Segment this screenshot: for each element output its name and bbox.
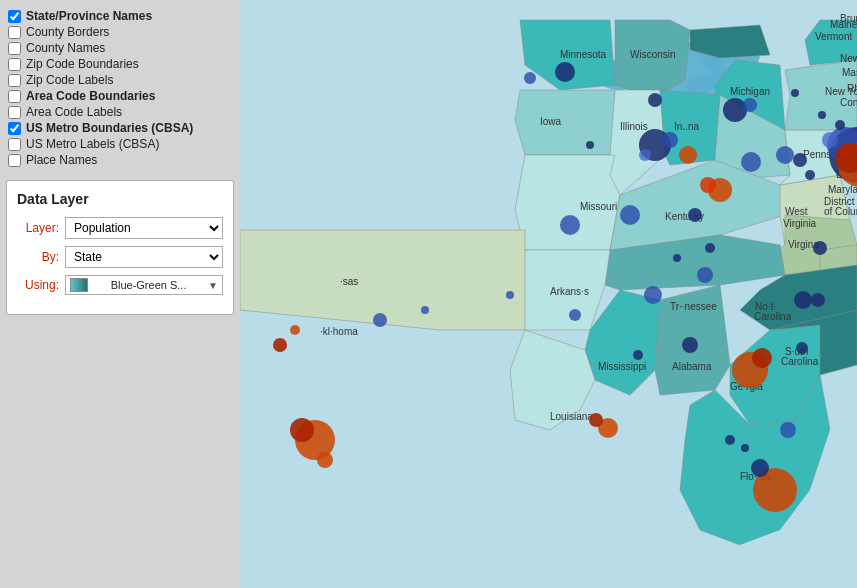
map-svg: Minnesota Wisconsin Michigan Iowa Illino… — [240, 0, 857, 588]
bubble-tampa — [751, 459, 769, 477]
bubble-minneapolis — [555, 62, 575, 82]
layer-item-us-metro-labels: US Metro Labels (CBSA) — [6, 136, 234, 152]
bubble-louisville — [688, 208, 702, 222]
main-container: State/Province NamesCounty BordersCounty… — [0, 0, 857, 588]
bubble-sm5 — [586, 141, 594, 149]
bubble-tx-sm — [290, 418, 314, 442]
layer-label: Layer: — [17, 221, 59, 235]
bubble-sm2 — [835, 120, 845, 130]
bubble-tx-sm2 — [317, 452, 333, 468]
bubble-charlotte — [794, 291, 812, 309]
sidebar: State/Province NamesCounty BordersCounty… — [0, 0, 240, 588]
layer-item-county-borders: County Borders — [6, 24, 234, 40]
bubble-detroit-sm — [743, 98, 757, 112]
layer-checkbox-list: State/Province NamesCounty BordersCounty… — [6, 8, 234, 168]
layer-item-county-names: County Names — [6, 40, 234, 56]
checkbox-place-names[interactable] — [8, 154, 21, 167]
layer-item-zip-code-labels: Zip Code Labels — [6, 72, 234, 88]
bubble-indy — [679, 146, 697, 164]
checkbox-area-code-labels[interactable] — [8, 106, 21, 119]
layer-item-state-province-names: State/Province Names — [6, 8, 234, 24]
layer-item-area-code-labels: Area Code Labels — [6, 104, 234, 120]
bubble-cleveland — [776, 146, 794, 164]
bubble-columbus — [741, 152, 761, 172]
layer-select[interactable]: Population Income Area Density — [65, 217, 223, 239]
bubble-okc — [373, 313, 387, 327]
bubble-littlerock — [569, 309, 581, 321]
by-row: By: State County City Zip Code — [17, 246, 223, 268]
bubble-richmond — [813, 241, 827, 255]
checkbox-zip-code-boundaries[interactable] — [8, 58, 21, 71]
color-dropdown-arrow-icon: ▼ — [208, 280, 218, 291]
layer-item-zip-code-boundaries: Zip Code Boundaries — [6, 56, 234, 72]
bubble-sm9 — [725, 435, 735, 445]
label-us-metro-labels[interactable]: US Metro Labels (CBSA) — [26, 137, 159, 151]
bubble-kc — [560, 215, 580, 235]
bubble-chicago-sm — [662, 132, 678, 148]
label-zip-code-labels[interactable]: Zip Code Labels — [26, 73, 113, 87]
checkbox-state-province-names[interactable] — [8, 10, 21, 23]
layer-item-place-names: Place Names — [6, 152, 234, 168]
label-state-province-names[interactable]: State/Province Names — [26, 9, 152, 23]
label-place-names[interactable]: Place Names — [26, 153, 97, 167]
bubble-ne-small — [822, 132, 838, 148]
bubble-raleigh — [811, 293, 825, 307]
label-area-code-boundaries[interactable]: Area Code Boundaries — [26, 89, 155, 103]
bubble-sm-orange2 — [273, 338, 287, 352]
bubble-birmingham — [682, 337, 698, 353]
label-us-metro-boundaries[interactable]: US Metro Boundaries (CBSA) — [26, 121, 193, 135]
bubble-mpls-sm — [524, 72, 536, 84]
by-label: By: — [17, 250, 59, 264]
svg-marker-6 — [615, 20, 690, 95]
bubble-stlouis — [620, 205, 640, 225]
bubble-columbia — [796, 342, 808, 354]
bubble-sm11 — [506, 291, 514, 299]
bubble-memphis — [644, 286, 662, 304]
checkbox-county-borders[interactable] — [8, 26, 21, 39]
bubble-sm7 — [673, 254, 681, 262]
checkbox-us-metro-boundaries[interactable] — [8, 122, 21, 135]
svg-marker-9 — [515, 90, 615, 155]
bubble-sm3 — [818, 111, 826, 119]
bubble-sm8 — [633, 350, 643, 360]
layer-item-us-metro-boundaries: US Metro Boundaries (CBSA) — [6, 120, 234, 136]
using-row: Using: Blue-Green S... ▼ — [17, 275, 223, 295]
bubble-atlanta-sm — [752, 348, 772, 368]
svg-marker-13 — [515, 155, 620, 250]
data-layer-title: Data Layer — [17, 191, 223, 207]
label-county-borders[interactable]: County Borders — [26, 25, 109, 39]
bubble-milwaukee — [648, 93, 662, 107]
bubble-sm4 — [791, 89, 799, 97]
map-area[interactable]: Minnesota Wisconsin Michigan Iowa Illino… — [240, 0, 857, 588]
bubble-nashville — [697, 267, 713, 283]
layer-row: Layer: Population Income Area Density — [17, 217, 223, 239]
bubble-pittsburgh — [793, 153, 807, 167]
bubble-sm1 — [805, 170, 815, 180]
checkbox-county-names[interactable] — [8, 42, 21, 55]
label-area-code-labels[interactable]: Area Code Labels — [26, 105, 122, 119]
bubble-sm-orange1 — [290, 325, 300, 335]
label-zip-code-boundaries[interactable]: Zip Code Boundaries — [26, 57, 139, 71]
bubble-sm6 — [705, 243, 715, 253]
by-select[interactable]: State County City Zip Code — [65, 246, 223, 268]
label-county-names[interactable]: County Names — [26, 41, 105, 55]
bubble-cinci-sm — [700, 177, 716, 193]
color-swatch — [70, 278, 88, 292]
bubble-detroit — [723, 98, 747, 122]
checkbox-zip-code-labels[interactable] — [8, 74, 21, 87]
bubble-jacksonville — [780, 422, 796, 438]
checkbox-us-metro-labels[interactable] — [8, 138, 21, 151]
bubble-sm10 — [741, 444, 749, 452]
bubble-no-sm — [589, 413, 603, 427]
data-layer-panel: Data Layer Layer: Population Income Area… — [6, 180, 234, 315]
using-label: Using: — [17, 278, 59, 292]
bubble-sm12 — [421, 306, 429, 314]
svg-marker-7 — [690, 25, 770, 58]
bubble-chicago-sm2 — [639, 149, 651, 161]
checkbox-area-code-boundaries[interactable] — [8, 90, 21, 103]
layer-item-area-code-boundaries: Area Code Boundaries — [6, 88, 234, 104]
color-scheme-text: Blue-Green S... — [91, 279, 206, 291]
color-scheme-button[interactable]: Blue-Green S... ▼ — [65, 275, 223, 295]
